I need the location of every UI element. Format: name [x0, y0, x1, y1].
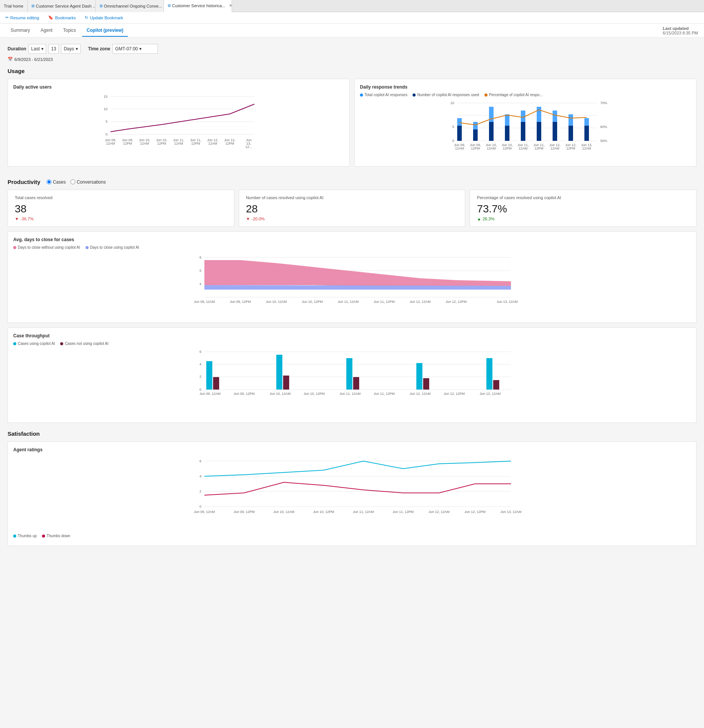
tab-topics[interactable]: Topics — [59, 25, 81, 37]
svg-text:Jun 10, 12AM: Jun 10, 12AM — [269, 392, 291, 396]
svg-text:Jun 10, 12PM: Jun 10, 12PM — [313, 510, 334, 514]
legend-total-dot — [360, 94, 363, 97]
svg-text:Jun 10, 12PM: Jun 10, 12PM — [304, 392, 325, 396]
tab-summary[interactable]: Summary — [6, 25, 34, 37]
svg-text:12AM: 12AM — [550, 147, 559, 150]
radio-conversations[interactable]: Conversations — [70, 179, 106, 185]
tab-label: Customer Service historica... — [172, 3, 226, 8]
svg-text:Jun 10, 12AM: Jun 10, 12AM — [266, 300, 287, 304]
svg-rect-105 — [416, 363, 422, 390]
satisfaction-title: Satisfaction — [8, 430, 696, 437]
calendar-icon: 📅 — [8, 57, 13, 62]
tab-trial-home[interactable]: Trial home — [0, 0, 28, 12]
agent-ratings-title: Agent ratings — [13, 447, 691, 452]
daily-active-users-chart: 15 10 5 0 Jun 09, 12AM Jun 09, 12PM Jun … — [13, 93, 344, 153]
svg-rect-52 — [568, 126, 573, 141]
daily-response-trends-title: Daily response trends — [360, 84, 691, 90]
legend-with-copilot: Days to close using copilot AI — [86, 245, 139, 249]
svg-text:10: 10 — [450, 101, 454, 105]
legend-thumbsup-dot — [13, 535, 16, 538]
svg-text:Jun 10, 12PM: Jun 10, 12PM — [302, 300, 323, 304]
tab-label: Trial home — [4, 4, 23, 8]
case-throughput-card: Case throughput Cases using copilot AI C… — [8, 327, 696, 423]
case-throughput-title: Case throughput — [13, 333, 691, 338]
svg-text:Jun 12, 12AM: Jun 12, 12AM — [410, 392, 431, 396]
svg-text:Jun 13, 12AM: Jun 13, 12AM — [480, 392, 501, 396]
svg-text:2: 2 — [199, 375, 201, 379]
avg-days-title: Avg. days to close for cases — [13, 237, 691, 242]
avg-days-card: Avg. days to close for cases Days to clo… — [8, 231, 696, 323]
radio-cases-input[interactable] — [47, 179, 51, 184]
svg-text:12AM: 12AM — [455, 147, 464, 150]
resume-editing-button[interactable]: ✏ Resume editing — [4, 14, 40, 21]
productivity-section: Productivity Cases Conversations Total c… — [8, 179, 696, 423]
close-tab-icon[interactable]: ✕ — [229, 3, 232, 8]
tab-omni[interactable]: ⊞ Omnichannel Ongoing Conve... — [96, 0, 164, 12]
svg-marker-80 — [204, 260, 511, 286]
edit-icon: ✏ — [5, 15, 9, 20]
stat-total-cases-value: 38 — [15, 203, 227, 215]
svg-text:12PM: 12PM — [157, 142, 166, 145]
svg-rect-101 — [276, 355, 282, 390]
svg-text:Jun 12, 12PM: Jun 12, 12PM — [445, 300, 467, 304]
svg-text:12AM: 12AM — [519, 147, 528, 150]
svg-text:60%: 60% — [600, 125, 607, 129]
legend-total: Total copilot AI responses — [360, 93, 407, 97]
duration-type-select[interactable]: Last ▾ — [28, 44, 46, 54]
tab-agent[interactable]: Agent — [36, 25, 57, 37]
tab-cs-agent[interactable]: ⊞ Customer Service Agent Dash ... — [28, 0, 96, 12]
tab-cs-historical[interactable]: ⊞ Customer Service historica... ✕ — [164, 0, 232, 12]
legend-pct: Percentage of copilot AI respo... — [484, 93, 543, 97]
chevron-down-icon-3: ▾ — [139, 46, 142, 51]
svg-text:15: 15 — [104, 95, 107, 98]
tab-copilot[interactable]: Copilot (preview) — [82, 25, 128, 37]
svg-text:12PM: 12PM — [225, 142, 234, 145]
stat-copilot-cases: Number of cases resolved using copilot A… — [239, 190, 466, 227]
svg-text:4: 4 — [199, 362, 201, 366]
svg-text:Jun 09, 12PM: Jun 09, 12PM — [234, 392, 255, 396]
duration-label: Duration — [8, 46, 26, 51]
date-range-display: 📅 6/9/2023 - 6/21/2023 — [8, 57, 696, 62]
timezone-select[interactable]: GMT-07:00 ▾ — [112, 44, 158, 54]
svg-text:Jun 12, 12PM: Jun 12, 12PM — [464, 510, 486, 514]
avg-days-legend: Days to close without using copilot AI D… — [13, 245, 691, 249]
svg-rect-40 — [473, 129, 478, 141]
svg-text:Jun 11, 12AM: Jun 11, 12AM — [338, 300, 359, 304]
legend-copilot-cases: Cases using copilot AI — [13, 341, 55, 346]
timezone-label: Time zone — [88, 46, 110, 51]
daily-active-users-title: Daily active users — [13, 84, 344, 90]
svg-text:10: 10 — [104, 107, 107, 111]
svg-text:12...: 12... — [245, 145, 252, 149]
main-content: Duration Last ▾ 13 Days ▾ Time zone GMT-… — [0, 38, 704, 728]
dashboard-icon-2: ⊞ — [100, 4, 103, 8]
case-throughput-legend: Cases using copilot AI Cases not using c… — [13, 341, 691, 346]
svg-rect-108 — [493, 380, 499, 390]
svg-text:12PM: 12PM — [566, 147, 575, 150]
svg-text:50%: 50% — [600, 139, 607, 143]
svg-rect-102 — [283, 376, 289, 390]
svg-rect-50 — [553, 122, 557, 141]
duration-value-select[interactable]: 13 — [48, 44, 59, 54]
svg-text:70%: 70% — [600, 101, 607, 105]
radio-cases[interactable]: Cases — [47, 179, 66, 185]
svg-text:Jun 09, 12PM: Jun 09, 12PM — [230, 300, 251, 304]
svg-rect-44 — [505, 126, 509, 141]
usage-section: Usage Daily active users 15 10 5 0 — [8, 68, 696, 171]
stat-pct-copilot: Percentage of cases resolved using copil… — [470, 190, 696, 227]
svg-text:12AM: 12AM — [582, 147, 591, 150]
svg-rect-54 — [584, 126, 589, 141]
satisfaction-section: Satisfaction Agent ratings 6 4 2 0 — [8, 430, 696, 546]
svg-text:0: 0 — [452, 139, 454, 143]
legend-no-copilot-dot — [13, 246, 16, 249]
svg-text:Jun 13, 12AM: Jun 13, 12AM — [497, 300, 518, 304]
duration-unit-select[interactable]: Days ▾ — [61, 44, 80, 54]
bookmarks-button[interactable]: 🔖 Bookmarks — [47, 14, 77, 21]
svg-text:Jun 12, 12PM: Jun 12, 12PM — [444, 392, 465, 396]
svg-text:12PM: 12PM — [534, 147, 544, 150]
svg-text:Jun 09, 12PM: Jun 09, 12PM — [234, 510, 255, 514]
update-bookmark-button[interactable]: ↻ Update Bookmark — [83, 14, 125, 21]
svg-text:5: 5 — [199, 269, 201, 273]
radio-conversations-input[interactable] — [70, 179, 75, 184]
daily-active-users-card: Daily active users 15 10 5 0 Ju — [8, 79, 350, 167]
svg-text:0: 0 — [199, 388, 201, 391]
